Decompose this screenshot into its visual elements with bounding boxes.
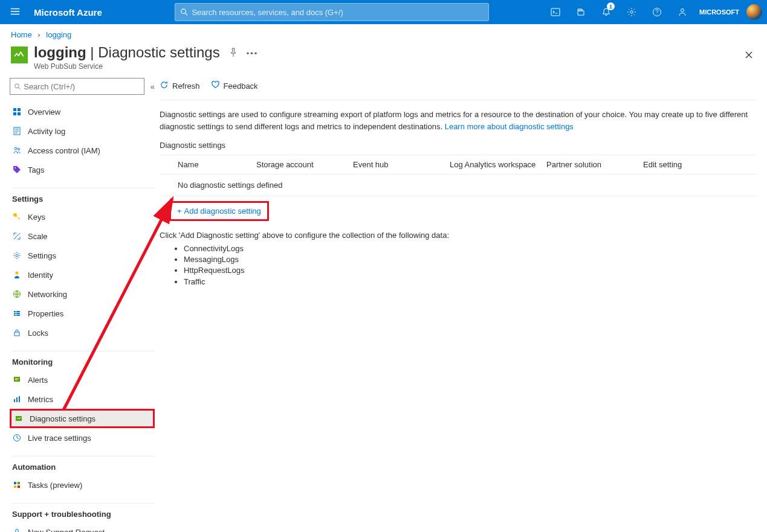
sidebar-section-monitoring: Monitoring (12, 351, 155, 367)
sidebar-item-activity-log[interactable]: Activity log (10, 121, 155, 141)
resource-type: Web PubSub Service (34, 62, 220, 71)
svg-rect-2 (551, 8, 560, 16)
menu-icon[interactable] (10, 6, 22, 18)
settings-icon[interactable] (620, 0, 644, 24)
svg-line-7 (19, 88, 21, 89)
col-name: Name (160, 160, 256, 169)
svg-point-3 (630, 11, 633, 13)
svg-rect-30 (19, 396, 20, 402)
sidebar-item-tags[interactable]: Tags (10, 160, 155, 179)
table-empty-row: No diagnostic settings defined (160, 175, 756, 196)
brand-label[interactable]: Microsoft Azure (34, 7, 102, 18)
top-header: Microsoft Azure 1 MICROSOFT (0, 0, 767, 24)
help-icon[interactable] (645, 0, 669, 24)
resource-name: logging (34, 44, 86, 60)
sidebar-item-overview[interactable]: Overview (10, 102, 155, 121)
sidebar-item-diagnostic-settings[interactable]: Diagnostic settings (10, 409, 155, 428)
sidebar-item-metrics[interactable]: Metrics (10, 389, 155, 409)
sidebar-item-networking[interactable]: Networking (10, 284, 155, 304)
svg-rect-27 (14, 377, 20, 382)
svg-point-16 (14, 214, 17, 217)
refresh-button[interactable]: Refresh (160, 80, 200, 91)
col-edit: Edit setting (643, 160, 716, 169)
col-storage: Storage account (256, 160, 353, 169)
svg-point-13 (15, 147, 17, 150)
breadcrumb-home[interactable]: Home (11, 30, 32, 39)
global-search-wrap (175, 3, 489, 21)
plus-icon: + (177, 207, 182, 216)
global-search-box[interactable] (175, 3, 489, 21)
svg-rect-29 (16, 397, 18, 402)
table-header: Name Storage account Event hub Log Analy… (160, 155, 756, 175)
svg-point-18 (16, 272, 19, 275)
list-item: Traffic (184, 277, 756, 287)
global-search-input[interactable] (188, 8, 483, 17)
close-button[interactable] (742, 48, 756, 64)
breadcrumb-current[interactable]: logging (46, 30, 71, 39)
svg-rect-8 (13, 108, 16, 111)
list-item: HttpRequestLogs (184, 265, 756, 276)
sidebar-item-tasks[interactable]: Tasks (preview) (10, 475, 155, 495)
list-item: MessagingLogs (184, 254, 756, 265)
heart-icon (211, 80, 220, 91)
diagnostic-settings-table: Name Storage account Event hub Log Analy… (160, 155, 756, 196)
sidebar-item-properties[interactable]: Properties (10, 304, 155, 323)
description-text: Diagnostic settings are used to configur… (160, 109, 756, 132)
cloud-shell-icon[interactable] (543, 0, 568, 24)
list-item: ConnectivityLogs (184, 243, 756, 254)
sidebar-item-live-trace[interactable]: Live trace settings (10, 428, 155, 447)
col-event: Event hub (353, 160, 450, 169)
more-icon[interactable]: ••• (247, 49, 259, 58)
svg-point-5 (681, 9, 684, 12)
sidebar-section-settings: Settings (12, 188, 155, 204)
sidebar-search-input[interactable] (21, 82, 140, 91)
page-name: Diagnostic settings (98, 44, 219, 60)
svg-point-17 (16, 254, 18, 257)
log-list: ConnectivityLogs MessagingLogs HttpReque… (184, 243, 756, 287)
directories-icon[interactable] (569, 0, 593, 24)
collapse-sidebar-icon[interactable]: « (150, 82, 155, 91)
svg-rect-21 (16, 311, 20, 312)
svg-rect-25 (16, 315, 20, 316)
feedback-button[interactable]: Feedback (211, 80, 258, 91)
click-hint-text: Click 'Add Diagnostic setting' above to … (160, 231, 756, 240)
svg-rect-36 (18, 486, 20, 488)
svg-rect-24 (14, 315, 16, 316)
header-icons: 1 MICROSOFT (543, 0, 762, 24)
sidebar-item-settings[interactable]: Settings (10, 246, 155, 265)
main-content: Refresh Feedback Diagnostic settings are… (160, 78, 767, 532)
svg-rect-9 (18, 108, 21, 111)
svg-point-14 (18, 149, 20, 150)
notifications-icon[interactable]: 1 (594, 0, 618, 24)
sidebar-item-new-support[interactable]: New Support Request (10, 522, 155, 532)
svg-rect-28 (14, 399, 15, 402)
add-setting-highlight: + Add diagnostic setting (169, 201, 269, 221)
tenant-label: MICROSOFT (699, 8, 739, 16)
svg-rect-26 (15, 332, 19, 336)
command-bar: Refresh Feedback (160, 78, 756, 100)
feedback-icon[interactable] (670, 0, 694, 24)
refresh-icon (160, 80, 169, 91)
svg-line-1 (185, 13, 187, 15)
learn-more-link[interactable]: Learn more about diagnostic settings (445, 122, 574, 131)
sidebar-item-scale[interactable]: Scale (10, 226, 155, 246)
svg-rect-23 (16, 313, 20, 314)
sidebar-section-support: Support + troubleshooting (12, 503, 155, 519)
svg-rect-10 (13, 112, 16, 115)
svg-rect-20 (14, 311, 16, 312)
sidebar-item-keys[interactable]: Keys (10, 207, 155, 226)
sidebar-item-access-control[interactable]: Access control (IAM) (10, 141, 155, 160)
svg-rect-22 (14, 313, 16, 314)
section-label: Diagnostic settings (160, 141, 756, 150)
search-icon (14, 83, 21, 91)
sidebar-item-identity[interactable]: Identity (10, 265, 155, 284)
pin-icon[interactable] (228, 48, 238, 59)
user-avatar[interactable] (746, 4, 762, 20)
sidebar: « Overview Activity log Access control (… (0, 78, 160, 532)
col-law: Log Analytics workspace (450, 160, 546, 169)
resource-icon (11, 46, 28, 63)
sidebar-item-alerts[interactable]: Alerts (10, 370, 155, 389)
add-diagnostic-setting-button[interactable]: + Add diagnostic setting (177, 207, 261, 216)
sidebar-item-locks[interactable]: Locks (10, 323, 155, 342)
sidebar-search[interactable] (10, 78, 144, 95)
